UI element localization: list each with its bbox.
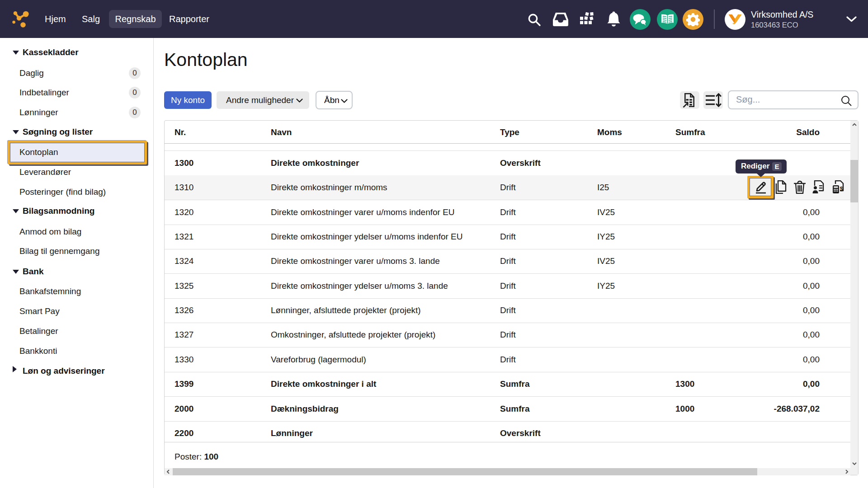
- svg-text:$: $: [840, 186, 843, 192]
